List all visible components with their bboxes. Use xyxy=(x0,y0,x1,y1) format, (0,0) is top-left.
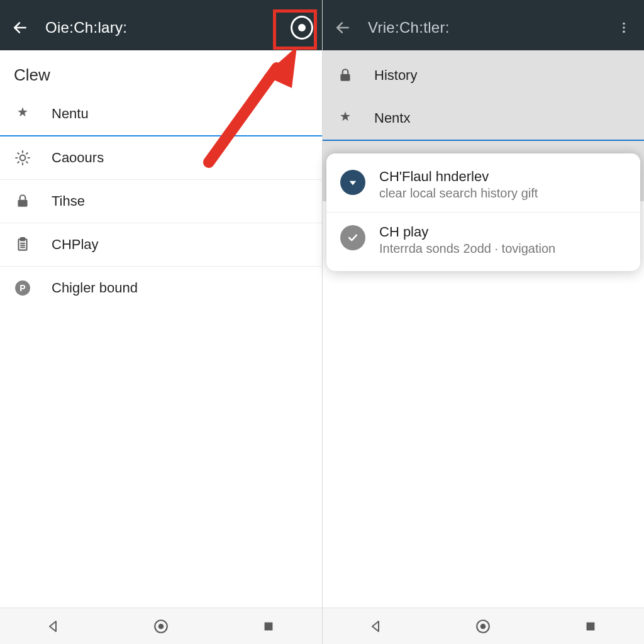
nav-home[interactable] xyxy=(147,613,175,640)
svg-line-9 xyxy=(26,153,28,154)
settings-body: Clew Nentu Caoours Tihse xyxy=(0,50,322,608)
nav-home[interactable] xyxy=(469,613,497,640)
triangle-back-icon xyxy=(369,619,384,634)
bottom-sheet: CH'Flaul hnderlev clear local search his… xyxy=(326,153,640,271)
settings-body: History Nentx xyxy=(323,50,644,608)
android-navbar xyxy=(0,608,322,644)
status-bar xyxy=(0,0,322,5)
arrow-back-icon xyxy=(12,19,28,36)
back-button[interactable] xyxy=(331,16,354,39)
svg-point-1 xyxy=(20,155,26,161)
check-circle-icon xyxy=(340,225,365,250)
back-button[interactable] xyxy=(9,16,31,39)
screenshot-pair: Oie:Ch:lary: Clew Nentu Caoours xyxy=(0,0,644,644)
p-circle-icon: P xyxy=(14,279,31,297)
square-recents-icon xyxy=(262,619,275,633)
sheet-item-subtitle: clear local search history gift xyxy=(379,186,538,201)
app-bar: Oie:Ch:lary: xyxy=(0,5,322,50)
settings-row-chigler[interactable]: P Chigler bound xyxy=(0,267,322,309)
nav-back[interactable] xyxy=(40,613,67,640)
phone-left: Oie:Ch:lary: Clew Nentu Caoours xyxy=(0,0,322,644)
svg-point-26 xyxy=(623,31,625,33)
svg-rect-12 xyxy=(21,238,25,240)
app-bar: Vrie:Ch:tler: xyxy=(323,5,644,50)
sheet-item-title: CH'Flaul hnderlev xyxy=(379,169,538,185)
overflow-menu-button[interactable] xyxy=(613,16,635,39)
sheet-item-clear-history[interactable]: CH'Flaul hnderlev clear local search his… xyxy=(326,157,640,212)
svg-rect-32 xyxy=(586,622,594,630)
row-label: Chigler bound xyxy=(52,280,138,296)
sun-icon xyxy=(14,149,31,167)
nav-back[interactable] xyxy=(362,613,390,640)
svg-text:P: P xyxy=(19,283,25,293)
svg-marker-28 xyxy=(350,181,357,186)
lock-icon xyxy=(14,192,31,210)
asterisk-icon xyxy=(14,105,31,123)
svg-marker-29 xyxy=(372,621,379,631)
settings-row-tihse[interactable]: Tihse xyxy=(0,180,322,223)
svg-marker-19 xyxy=(50,621,56,631)
circle-home-icon xyxy=(475,618,491,635)
svg-rect-22 xyxy=(264,622,272,630)
arrow-back-icon xyxy=(335,19,351,36)
row-label: CHPlay xyxy=(52,236,99,253)
status-bar xyxy=(323,0,644,5)
appbar-title: Oie:Ch:lary: xyxy=(45,19,277,36)
svg-point-24 xyxy=(623,23,625,25)
nav-recents[interactable] xyxy=(577,613,604,640)
row-label: Nentu xyxy=(52,106,89,122)
nav-recents[interactable] xyxy=(255,613,282,640)
svg-point-25 xyxy=(623,26,625,29)
more-vert-icon xyxy=(617,21,631,35)
section-header: Clew xyxy=(0,50,322,92)
svg-point-21 xyxy=(158,623,164,629)
square-recents-icon xyxy=(584,619,597,633)
target-icon xyxy=(291,16,313,40)
phone-right: Vrie:Ch:tler: History xyxy=(322,0,644,644)
clipboard-icon xyxy=(14,236,31,253)
android-navbar xyxy=(323,608,644,644)
triangle-back-icon xyxy=(46,619,61,634)
settings-row-nentu[interactable]: Nentu xyxy=(0,92,322,136)
appbar-title: Vrie:Ch:tler: xyxy=(368,19,599,36)
sheet-item-title: CH play xyxy=(379,224,555,240)
download-circle-icon xyxy=(340,170,365,195)
settings-row-chplay[interactable]: CHPlay xyxy=(0,223,322,267)
row-label: Caoours xyxy=(52,150,104,166)
sheet-item-chplay[interactable]: CH play Interrda sonds 2odd · tovigation xyxy=(326,212,640,267)
sheet-item-subtitle: Interrda sonds 2odd · tovigation xyxy=(379,242,555,256)
svg-line-7 xyxy=(26,162,28,163)
settings-row-caoours[interactable]: Caoours xyxy=(0,136,322,180)
svg-line-8 xyxy=(18,162,19,163)
record-button[interactable] xyxy=(291,16,313,39)
svg-line-6 xyxy=(18,153,19,154)
svg-rect-10 xyxy=(18,200,27,207)
circle-home-icon xyxy=(153,618,169,635)
svg-point-31 xyxy=(480,623,486,629)
row-label: Tihse xyxy=(52,193,85,209)
